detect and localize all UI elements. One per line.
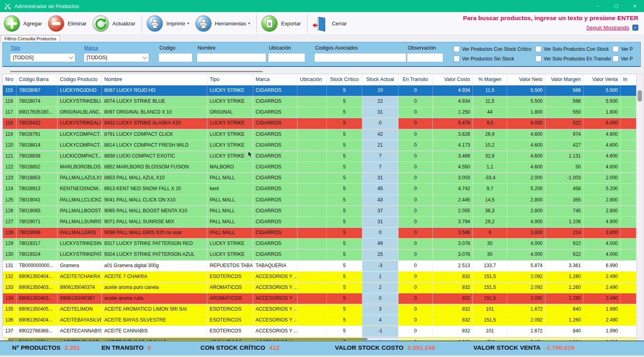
column-header[interactable]: Valor Venta (584, 74, 621, 85)
cell: 3.586 (433, 228, 473, 238)
search-hint-text: Para buscar productos, ingrese un texto … (463, 15, 638, 22)
cell: LUCKY STRIKE (207, 85, 253, 96)
column-header[interactable]: In (621, 74, 636, 85)
cell: 0 (398, 228, 433, 238)
filter-checkbox-4[interactable]: Ver Solo Productos En Transito (535, 56, 613, 62)
table-row[interactable]: 13689061350404...ACEITEBAYASILVE...ACEIT… (3, 315, 636, 326)
column-header[interactable]: Valor Costo (433, 74, 473, 85)
column-header[interactable]: Valor Neto (507, 74, 545, 85)
vertical-scrollbar-thumb[interactable] (638, 90, 642, 102)
table-row[interactable]: 12478028913KENTNEOSNOW...8913 KENT NEO S… (3, 184, 636, 195)
column-header[interactable]: Código Barra (17, 74, 58, 85)
minimize-button[interactable]: − (588, 0, 607, 12)
table-row[interactable]: 12778029071PALLMALLSUNRISE9071 PALL MALL… (3, 217, 636, 228)
grid-top-scrollbar[interactable] (10, 71, 263, 72)
filter-checkbox-5[interactable]: Ver P (613, 56, 641, 62)
column-header[interactable]: Código Producto (58, 74, 102, 85)
close-button[interactable]: × (625, 0, 644, 12)
filter-checkbox-0[interactable]: Ver Productos Con Stock Crítico (454, 46, 535, 52)
cell: 30 (473, 239, 507, 249)
codigos-asociados-input[interactable] (314, 53, 406, 62)
cell: 123 (3, 173, 17, 183)
nombre-input[interactable] (197, 53, 266, 62)
column-header[interactable]: % Margen (473, 74, 507, 85)
window-title: Administrador de Productos (14, 3, 79, 9)
column-header[interactable]: Tipo (207, 74, 253, 85)
column-header[interactable]: Ubicación (297, 74, 327, 85)
agregar-button[interactable]: Agregar (2, 13, 46, 34)
table-row[interactable]: 12078028814LUCKYCOMPACT...8814 LUCKY COM… (3, 140, 636, 151)
toolbar-button-label: Actualizar (112, 21, 135, 27)
status-item: VALOR STOCK VENTA-1.790.019 (473, 344, 574, 351)
column-header[interactable]: Stock Crítico (327, 74, 362, 85)
codigo-label: Codigo (159, 45, 175, 51)
tipo-select[interactable]: [TODOS] (10, 53, 75, 62)
cell: 31 (362, 217, 398, 227)
observacion-input[interactable] (407, 53, 443, 62)
status-value: 2.281 (64, 344, 80, 351)
table-row[interactable]: 11789017635180...ORIGINALBLANC...8097 OR… (3, 107, 636, 118)
horizontal-scrollbar[interactable] (2, 338, 636, 340)
seguir-mostrando-checkbox[interactable]: ✓ (632, 25, 638, 31)
marca-label[interactable]: Marca (84, 45, 98, 51)
column-header[interactable]: Nro (3, 74, 17, 85)
cell: LUCKYROJOHD (58, 85, 102, 96)
cell (621, 151, 636, 162)
table-row[interactable]: 12378018853PALLMALLAZULX108853 PALL MALL… (3, 173, 636, 184)
table-row[interactable]: 13789022766368...ACEITECANNABISACEITE CA… (3, 326, 636, 337)
table-row[interactable]: 12878019096PALLMALLGRIS9096 PALL MALL GR… (3, 228, 636, 239)
table-row[interactable]: 11878028432LUCKYSTRIKEALA...8432 LUCKY S… (3, 118, 636, 129)
table-row[interactable]: 13389061350403...8906135040374aceite aro… (3, 282, 636, 293)
column-header[interactable]: Valor Margen (545, 74, 584, 85)
herramientas-button[interactable]: Herramientas▾ (193, 13, 254, 34)
tab-filtros-consulta-productos[interactable]: Filtros Consulta Productos (1, 35, 60, 42)
cell: 566 (545, 85, 584, 96)
table-row[interactable]: 12278028852MARLBOROBLOS...8852 MARLBORO … (3, 162, 636, 173)
imprimir-button[interactable]: Imprimir▾ (144, 13, 193, 34)
table-row[interactable]: 12978019317LUCKYSTRIKESIN...9317 LUCKY S… (3, 239, 636, 249)
actualizar-button[interactable]: Actualizar (91, 13, 139, 34)
tipo-label[interactable]: Tipo (10, 45, 20, 51)
horizontal-scrollbar-thumb[interactable] (8, 338, 367, 340)
chevron-down-icon (69, 55, 73, 59)
cell: 8852 MARLBORO BLOSSOM FUSION (102, 162, 207, 172)
table-row[interactable]: 13589061350405...ACEITELIMONACEITE AROMA… (3, 304, 636, 315)
table-row[interactable]: 11678028074LUCKYSTRIKEBLUE8074 LUCKY STR… (3, 96, 636, 107)
table-row[interactable]: 12678019065PALLMALLBOOST...9065 PALL MAL… (3, 206, 636, 217)
svg-text:X: X (268, 21, 271, 27)
cell: 8906135040367 (58, 293, 102, 304)
table-row[interactable]: 13289061350404...ACEITE7CHAKRAACEITE 7 C… (3, 272, 636, 282)
cell: CIGARROS (253, 85, 297, 96)
cell: 0 (398, 326, 433, 336)
vertical-scrollbar[interactable] (636, 74, 643, 338)
cell: 840 (545, 326, 584, 336)
eliminar-button[interactable]: Eliminar (46, 13, 91, 34)
checkbox-icon (535, 56, 541, 62)
column-header[interactable]: Marca (253, 74, 297, 85)
cell: 0 (398, 173, 433, 183)
ubicacion-input[interactable] (268, 53, 305, 62)
cell (297, 85, 327, 96)
exportar-button[interactable]: XExportar (259, 13, 305, 34)
table-row[interactable]: 131TB000000000...Grameraa01 Gramera digi… (3, 261, 636, 272)
cerrar-button[interactable]: Cerrar (310, 13, 351, 34)
codigo-input[interactable] (159, 53, 192, 62)
filter-checkbox-1[interactable]: Ver Solo Productos Con Stock (535, 46, 613, 52)
seguir-mostrando-link[interactable]: Seguir Mostrando (586, 25, 629, 31)
cell: 45 (362, 184, 398, 194)
table-row[interactable]: 12178028838LUCKICOMPACT...8838 LUCKI COM… (3, 151, 636, 162)
table-row[interactable]: 12578019041PALLMALLCLICKO...9041 PALL MA… (3, 195, 636, 206)
cell: ESOTERICOS (207, 326, 253, 336)
filter-checkbox-3[interactable]: Ver Productos Sin Stock (454, 56, 535, 62)
table-row[interactable]: 13078019324LUCKYSTRIKEPAT...9324 LUCKY S… (3, 249, 636, 260)
cell: 89017635180... (17, 107, 58, 118)
table-row[interactable]: 11578028067LUCKYROJOHD8067 LUCKY ROJO HD… (3, 85, 636, 96)
column-header[interactable]: Stock Actual (362, 74, 398, 85)
maximize-button[interactable]: □ (607, 0, 625, 12)
column-header[interactable]: En Transito (398, 74, 433, 85)
table-row[interactable]: 11978028791LUCKYCOMPACT...8791 LUCKY COM… (3, 129, 636, 140)
marca-select[interactable]: [TODOS] (84, 53, 149, 62)
column-header[interactable]: Nombre (102, 74, 207, 85)
table-row[interactable]: 13489061350403...8906135040367aceite aro… (3, 293, 636, 304)
filter-checkbox-2[interactable]: Ver P (613, 46, 641, 52)
